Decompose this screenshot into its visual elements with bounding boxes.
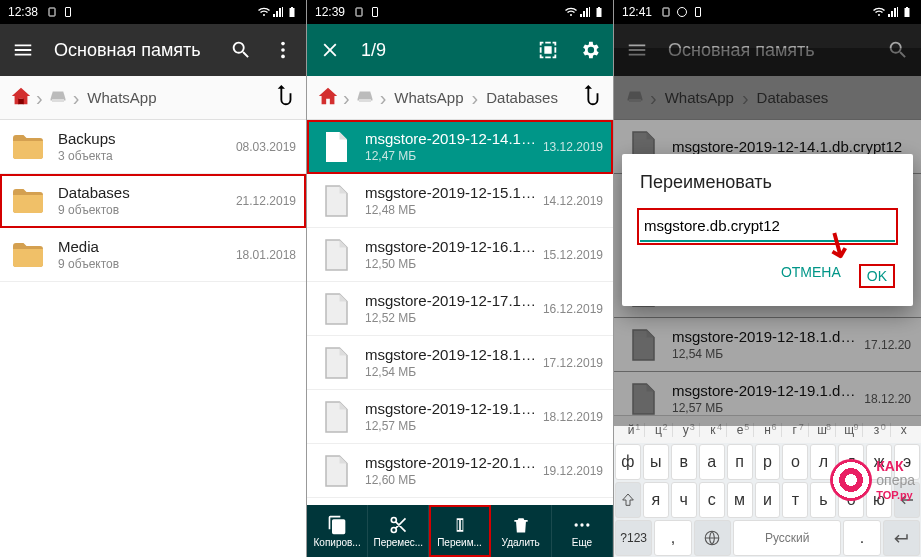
keyboard-row: ?123 , Русский . <box>614 519 921 557</box>
disk-icon[interactable] <box>47 87 69 108</box>
select-all-icon[interactable] <box>537 39 559 61</box>
file-name: msgstore-2019-12-16.1.db.crypt12 <box>365 238 537 255</box>
key[interactable]: т <box>782 482 808 518</box>
folder-date: 18.01.2018 <box>236 248 296 262</box>
home-icon[interactable] <box>317 85 339 110</box>
breadcrumb: › › WhatsApp › Databases <box>307 76 613 120</box>
key[interactable]: м <box>727 482 753 518</box>
rename-dialog: Переименовать ОТМЕНА OK <box>622 154 913 306</box>
folder-row[interactable]: Media 9 объектов 18.01.2018 <box>0 228 306 282</box>
ok-button[interactable]: OK <box>859 264 895 288</box>
action-delete[interactable]: Удалить <box>491 505 552 557</box>
status-time: 12:41 <box>622 5 652 19</box>
status-bar: 12:41 <box>614 0 921 24</box>
file-date: 14.12.2019 <box>543 194 603 208</box>
menu-icon[interactable] <box>12 39 34 61</box>
file-date: 17.12.2019 <box>543 356 603 370</box>
file-size: 12,48 МБ <box>365 203 537 217</box>
action-label: Удалить <box>502 537 540 548</box>
disk-icon[interactable] <box>354 87 376 108</box>
key[interactable]: п <box>727 444 753 480</box>
period-key[interactable]: . <box>843 520 880 556</box>
file-row-selected[interactable]: msgstore-2019-12-14.1.db.crypt12 12,47 М… <box>307 120 613 174</box>
selection-bar: 1/9 <box>307 24 613 76</box>
folder-date: 21.12.2019 <box>236 194 296 208</box>
globe-key[interactable] <box>694 520 731 556</box>
key[interactable]: ч <box>671 482 697 518</box>
signal-icon <box>579 6 591 18</box>
folder-meta: 9 объектов <box>58 203 230 217</box>
notif-icon <box>62 6 74 18</box>
key[interactable]: ф <box>615 444 641 480</box>
breadcrumb-item[interactable]: WhatsApp <box>83 87 160 108</box>
file-row[interactable]: msgstore-2019-12-21.1.db.crypt1212,71 МБ… <box>307 498 613 505</box>
svg-rect-12 <box>663 8 669 16</box>
gear-icon[interactable] <box>579 39 601 61</box>
file-size: 12,57 МБ <box>365 419 537 433</box>
action-more[interactable]: Еще <box>552 505 613 557</box>
enter-key[interactable] <box>883 520 920 556</box>
action-label: Еще <box>572 537 592 548</box>
file-list: msgstore-2019-12-14.1.db.crypt12 12,47 М… <box>307 120 613 505</box>
file-icon <box>317 129 353 165</box>
file-size: 12,60 МБ <box>365 473 537 487</box>
key[interactable]: ы <box>643 444 669 480</box>
folder-row-databases[interactable]: Databases 9 объектов 21.12.2019 <box>0 174 306 228</box>
file-row[interactable]: msgstore-2019-12-15.1.db.crypt1212,48 МБ… <box>307 174 613 228</box>
notif-icon <box>660 6 672 18</box>
status-time: 12:38 <box>8 5 38 19</box>
action-label: Копиров... <box>314 537 361 548</box>
svg-rect-10 <box>356 8 362 16</box>
folder-icon <box>10 183 46 219</box>
status-time: 12:39 <box>315 5 345 19</box>
action-copy[interactable]: Копиров... <box>307 505 368 557</box>
file-row[interactable]: msgstore-2019-12-19.1.db.crypt1212,57 МБ… <box>307 390 613 444</box>
file-row[interactable]: msgstore-2019-12-17.1.db.crypt1212,52 МБ… <box>307 282 613 336</box>
search-icon[interactable] <box>230 39 252 61</box>
up-icon[interactable] <box>581 85 603 110</box>
home-icon[interactable] <box>10 85 32 110</box>
file-row[interactable]: msgstore-2019-12-20.1.db.crypt1212,60 МБ… <box>307 444 613 498</box>
space-key[interactable]: Русский <box>733 520 841 556</box>
file-icon <box>317 183 353 219</box>
screen-3: 12:41 Основная память › WhatsApp › Dat <box>614 0 921 557</box>
file-date: 16.12.2019 <box>543 302 603 316</box>
folder-row[interactable]: Backups 3 объекта 08.03.2019 <box>0 120 306 174</box>
comma-key[interactable]: , <box>654 520 691 556</box>
action-label: Перемес... <box>373 537 423 548</box>
key[interactable]: с <box>699 482 725 518</box>
dialog-title: Переименовать <box>640 172 895 193</box>
file-icon <box>317 399 353 435</box>
file-list: Backups 3 объекта 08.03.2019 Databases 9… <box>0 120 306 282</box>
action-rename[interactable]: Переим... <box>429 505 490 557</box>
file-row[interactable]: msgstore-2019-12-18.1.db.crypt1212,54 МБ… <box>307 336 613 390</box>
up-icon[interactable] <box>274 85 296 110</box>
appbar-title: Основная память <box>54 40 210 61</box>
close-icon[interactable] <box>319 39 341 61</box>
key[interactable]: о <box>782 444 808 480</box>
breadcrumb-item[interactable]: WhatsApp <box>390 87 467 108</box>
breadcrumb-item[interactable]: Databases <box>482 87 562 108</box>
file-row[interactable]: msgstore-2019-12-16.1.db.crypt1212,50 МБ… <box>307 228 613 282</box>
key[interactable]: р <box>755 444 781 480</box>
battery-icon <box>286 6 298 18</box>
more-icon[interactable] <box>272 39 294 61</box>
file-size: 12,54 МБ <box>365 365 537 379</box>
breadcrumb: › › WhatsApp <box>0 76 306 120</box>
file-name: msgstore-2019-12-17.1.db.crypt12 <box>365 292 537 309</box>
file-name: msgstore-2019-12-15.1.db.crypt12 <box>365 184 537 201</box>
shift-key[interactable] <box>615 482 641 518</box>
svg-rect-14 <box>696 8 701 17</box>
symbols-key[interactable]: ?123 <box>615 520 652 556</box>
watermark-logo-icon <box>830 459 872 501</box>
key[interactable]: в <box>671 444 697 480</box>
signal-icon <box>887 6 899 18</box>
svg-rect-11 <box>373 8 378 17</box>
svg-rect-9 <box>18 99 24 105</box>
status-bar: 12:39 <box>307 0 613 24</box>
key[interactable]: а <box>699 444 725 480</box>
action-move[interactable]: Перемес... <box>368 505 429 557</box>
battery-icon <box>593 6 605 18</box>
key[interactable]: и <box>755 482 781 518</box>
key[interactable]: я <box>643 482 669 518</box>
